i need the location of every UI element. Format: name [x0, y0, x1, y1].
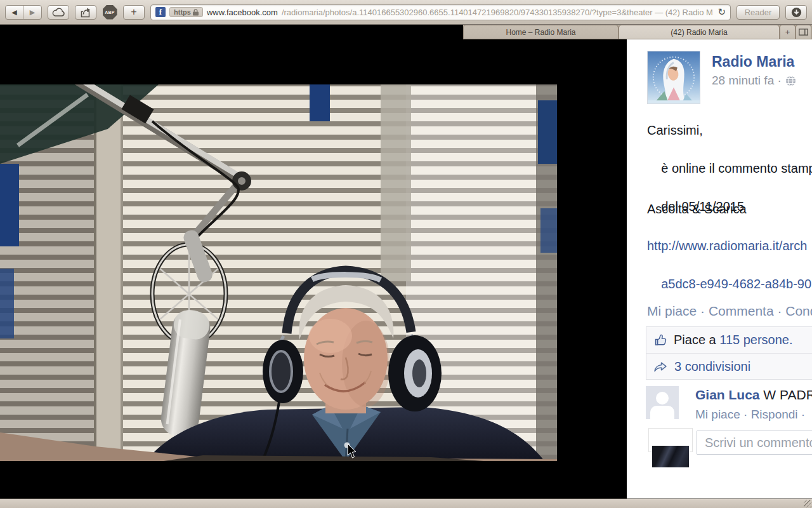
nav-buttons: ◀ ▶	[5, 5, 42, 20]
page-avatar[interactable]	[647, 51, 700, 104]
adblock-extension-button[interactable]: ABP	[102, 4, 117, 20]
abp-icon: ABP	[103, 5, 117, 20]
url-path: /radiomaria/photos/a.114016655302960.665…	[282, 8, 713, 17]
icloud-tabs-button[interactable]	[48, 5, 69, 20]
post-actions: Mi piace · Commenta · Condividi	[647, 304, 812, 319]
likes-row: Piace a 115 persone.	[646, 327, 812, 353]
post-timestamp[interactable]: 28 minuti fa ·	[712, 74, 782, 88]
browser-toolbar: ◀ ▶ ABP + f https www.facebook.com /radi…	[0, 0, 812, 25]
share-icon	[79, 7, 92, 18]
back-icon: ◀	[11, 8, 16, 17]
new-tab-button[interactable]: +	[123, 5, 145, 20]
thumb-up-icon	[653, 333, 667, 347]
post-meta: 28 minuti fa ·	[712, 74, 796, 88]
likes-count-link[interactable]: 115 persone.	[719, 333, 792, 347]
tab-overview-icon	[799, 29, 808, 36]
post-text-2: Ascolta & Scarica	[647, 199, 747, 218]
facebook-favicon: f	[155, 7, 166, 17]
likes-prefix: Piace a	[674, 333, 719, 347]
comment-reply-link[interactable]: Rispondi	[751, 408, 798, 421]
forward-icon: ▶	[30, 8, 35, 17]
resize-grip[interactable]	[804, 500, 811, 507]
cloud-icon	[52, 8, 65, 17]
address-bar[interactable]: f https www.facebook.com /radiomaria/pho…	[150, 4, 731, 20]
share-arrow-icon	[653, 360, 668, 373]
commenter-avatar[interactable]	[646, 386, 679, 419]
plus-icon: +	[785, 27, 790, 37]
page-name-link[interactable]: Radio Maria	[712, 53, 794, 70]
reload-button[interactable]: ↻	[717, 6, 726, 18]
back-button[interactable]: ◀	[6, 6, 23, 19]
tab-label: (42) Radio Maria	[671, 28, 727, 37]
theater-photo[interactable]	[0, 84, 557, 461]
download-icon	[791, 7, 802, 18]
studio-photo-illustration	[0, 84, 557, 461]
globe-privacy-icon	[785, 76, 796, 86]
post-link[interactable]: http://www.radiomaria.it/arch a5dc8-e949…	[647, 236, 811, 293]
post-sidebar: Radio Maria 28 minuti fa · Carissimi, è …	[627, 39, 812, 498]
tab-home-radio-maria[interactable]: Home – Radio Maria	[463, 25, 619, 39]
tab-bar: Home – Radio Maria (42) Radio Maria +	[463, 25, 812, 39]
tab-overview-button[interactable]	[796, 25, 811, 39]
reader-button[interactable]: Reader	[737, 5, 780, 20]
share-link[interactable]: Condividi	[785, 304, 812, 318]
comment-actions: Mi piace · Rispondi ·	[695, 408, 805, 422]
lock-icon	[193, 9, 199, 16]
url-host: www.facebook.com	[207, 8, 278, 17]
tab-label: Home – Radio Maria	[506, 28, 575, 37]
composer-user-avatar	[652, 446, 689, 467]
comment-text: Gian Luca W PADRE	[695, 387, 812, 403]
share-button[interactable]	[75, 5, 96, 20]
downloads-button[interactable]	[785, 5, 807, 20]
comment-author-link[interactable]: Gian Luca	[695, 387, 760, 402]
tab-new-button[interactable]: +	[780, 25, 796, 39]
https-badge: https	[169, 7, 203, 17]
window-bottom-bar	[0, 498, 812, 508]
plus-icon: +	[131, 6, 136, 18]
tab-radio-maria-active[interactable]: (42) Radio Maria	[619, 25, 780, 39]
comment-like-link[interactable]: Mi piace	[695, 408, 740, 421]
comment-input[interactable]	[697, 431, 812, 455]
forward-button[interactable]: ▶	[23, 6, 41, 19]
like-link[interactable]: Mi piace	[647, 304, 697, 318]
like-summary-box: Piace a 115 persone. 3 condivisioni	[646, 326, 812, 380]
shares-count-link[interactable]: 3 condivisioni	[674, 359, 750, 374]
comment-link[interactable]: Commenta	[709, 304, 774, 318]
shares-row: 3 condivisioni	[646, 353, 812, 379]
madonna-avatar-image	[648, 51, 700, 104]
